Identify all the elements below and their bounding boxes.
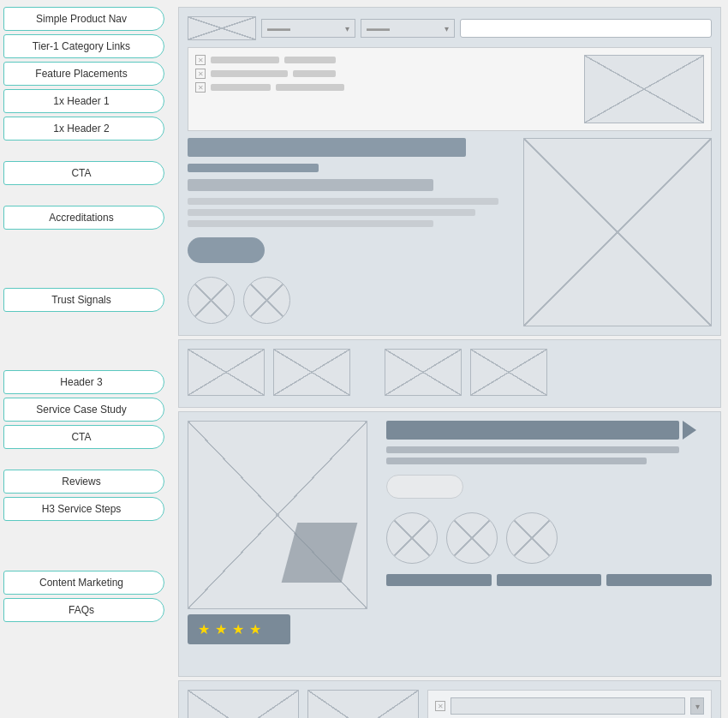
sidebar-item-accreditations[interactable]: Accreditations — [3, 206, 164, 230]
accreditations — [188, 277, 515, 324]
hero-header-1-wireframe — [188, 138, 466, 157]
content-card-image-1 — [188, 690, 299, 718]
text-line — [188, 209, 475, 216]
sidebar-item-1x-header-1[interactable]: 1x Header 1 — [3, 89, 164, 113]
spacer-4 — [3, 315, 164, 367]
nav-dropdown-1[interactable]: ▬▬▬ ▾ — [261, 19, 355, 38]
service-content: ★ ★ ★ ★ — [188, 421, 712, 644]
spacer-5 — [3, 452, 164, 466]
sidebar-item-service-case-study[interactable]: Service Case Study — [3, 398, 164, 422]
section-service: ★ ★ ★ ★ — [178, 411, 721, 677]
sidebar-item-trust-signals[interactable]: Trust Signals — [3, 288, 164, 312]
nav-dropdown-2[interactable]: ▬▬▬ ▾ — [361, 19, 455, 38]
accreditation-badge-2 — [243, 277, 290, 324]
case-study-image-wireframe — [188, 421, 367, 609]
trust-signal-4 — [470, 349, 547, 396]
text-line — [386, 458, 647, 464]
sidebar-item-content-marketing[interactable]: Content Marketing — [3, 571, 164, 595]
dropdown-left: ✕ ✕ ✕ — [195, 55, 576, 123]
checkbox-1[interactable]: ✕ — [195, 55, 206, 65]
spacer-3 — [3, 233, 164, 284]
spacer-2 — [3, 188, 164, 202]
star-icon: ★ — [198, 621, 210, 637]
text-line — [211, 84, 271, 91]
hero-content — [188, 138, 712, 326]
sidebar-item-cta-1[interactable]: CTA — [3, 161, 164, 185]
sidebar-item-reviews[interactable]: Reviews — [3, 470, 164, 494]
arrow-icon — [683, 421, 696, 440]
service-circle-3 — [506, 512, 558, 564]
faq-panel: ✕ ▾ ✕ ▾ ✕ ▾ — [427, 690, 712, 718]
text-line — [276, 84, 344, 91]
sidebar-item-faqs[interactable]: FAQs — [3, 598, 164, 622]
service-steps-row — [386, 574, 712, 586]
sidebar-item-cta-2[interactable]: CTA — [3, 425, 164, 449]
text-line — [284, 57, 336, 63]
dropdown-row-3: ✕ — [195, 82, 576, 93]
reviews-row: ★ ★ ★ ★ — [188, 614, 290, 644]
spacer-6 — [3, 524, 164, 567]
dropdown-row-1: ✕ — [195, 55, 576, 65]
checkbox-2[interactable]: ✕ — [195, 69, 206, 79]
step-block-2 — [497, 574, 602, 586]
dropdown-row-2: ✕ — [195, 69, 576, 79]
star-icon: ★ — [249, 621, 261, 637]
section-trust-signals — [178, 339, 721, 408]
main-content: ▬▬▬ ▾ ▬▬▬ ▾ ✕ ✕ — [171, 0, 728, 718]
section-hero: ▬▬▬ ▾ ▬▬▬ ▾ ✕ ✕ — [178, 7, 721, 336]
nav-search-bar[interactable] — [460, 19, 712, 38]
nav-bar: ▬▬▬ ▾ ▬▬▬ ▾ — [188, 16, 712, 40]
accreditation-badge-1 — [188, 277, 235, 324]
dropdown-image-wireframe — [584, 55, 704, 123]
spacer-1 — [3, 144, 164, 158]
hero-header-2-wireframe — [188, 179, 433, 191]
step-block-1 — [386, 574, 492, 586]
service-circle-2 — [446, 512, 498, 564]
sidebar-item-simple-product-nav[interactable]: Simple Product Nav — [3, 7, 164, 31]
sidebar: Simple Product Nav Tier-1 Category Links… — [0, 0, 171, 718]
service-header-row — [386, 421, 712, 440]
section-content-marketing: ✕ ▾ ✕ ▾ ✕ ▾ — [178, 680, 721, 718]
hero-subheader-wireframe — [188, 164, 319, 172]
content-card-1 — [188, 690, 299, 718]
content-card-image-2 — [307, 690, 419, 718]
star-icon: ★ — [232, 621, 244, 637]
service-cta-wireframe — [386, 475, 463, 499]
content-marketing-row: ✕ ▾ ✕ ▾ ✕ ▾ — [188, 690, 712, 718]
hero-text-lines — [188, 198, 515, 227]
sidebar-item-feature-placements[interactable]: Feature Placements — [3, 62, 164, 86]
step-block-3 — [606, 574, 712, 586]
faq-arrow-1[interactable]: ▾ — [690, 697, 704, 715]
sidebar-item-header-3[interactable]: Header 3 — [3, 370, 164, 394]
sidebar-item-1x-header-2[interactable]: 1x Header 2 — [3, 117, 164, 141]
nav-logo-wireframe — [188, 16, 256, 40]
sidebar-item-h3-service-steps[interactable]: H3 Service Steps — [3, 497, 164, 521]
service-header-wireframe — [386, 421, 679, 440]
service-text-lines — [386, 446, 712, 464]
sidebar-item-tier1-category-links[interactable]: Tier-1 Category Links — [3, 34, 164, 58]
text-line — [293, 70, 336, 77]
trust-signal-1 — [188, 349, 265, 396]
star-icon: ★ — [215, 621, 227, 637]
hero-left — [188, 138, 515, 326]
service-right — [386, 421, 712, 644]
text-line — [188, 198, 498, 205]
hero-right — [523, 138, 712, 326]
dropdown-right — [584, 55, 704, 123]
faq-checkbox-1[interactable]: ✕ — [435, 701, 445, 711]
hero-image-wireframe — [523, 138, 712, 326]
trust-signal-2 — [273, 349, 350, 396]
text-line — [211, 70, 288, 77]
checkbox-3[interactable]: ✕ — [195, 82, 206, 93]
circle-row — [386, 512, 712, 564]
trust-signal-3 — [385, 349, 462, 396]
text-line — [211, 57, 279, 63]
faq-dropdown-1[interactable] — [451, 697, 685, 715]
trust-signals-row — [188, 349, 712, 396]
dropdown-panel: ✕ ✕ ✕ — [188, 47, 712, 131]
service-left: ★ ★ ★ ★ — [188, 421, 376, 644]
text-line — [386, 446, 679, 453]
service-circle-1 — [386, 512, 438, 564]
content-card-2 — [307, 690, 419, 718]
text-line — [188, 220, 433, 227]
